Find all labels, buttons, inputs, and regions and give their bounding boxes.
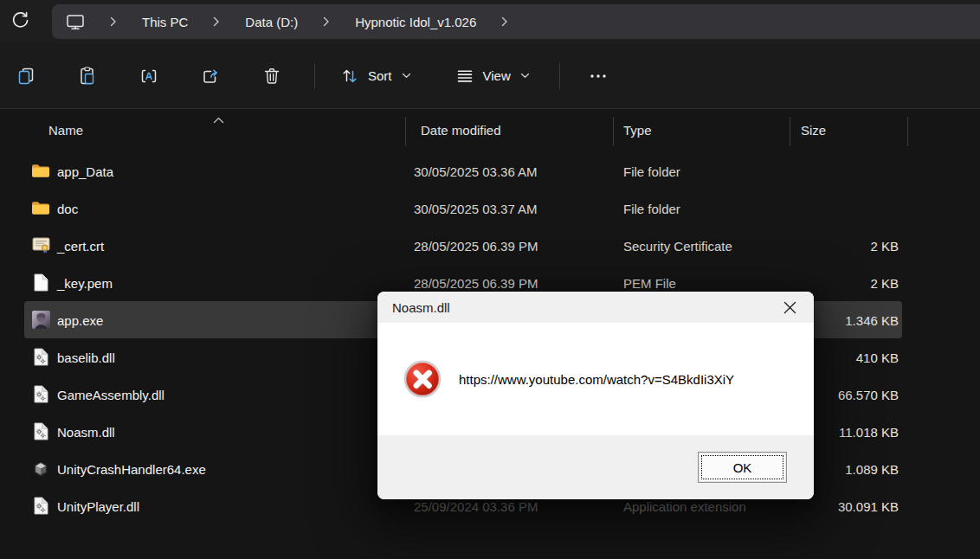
dll-icon [31, 385, 50, 404]
sort-icon [339, 66, 360, 87]
column-header-size[interactable]: Size [801, 123, 826, 138]
breadcrumb-drive[interactable]: Data (D:) [245, 15, 298, 29]
chevron-down-icon [520, 73, 530, 79]
breadcrumb-folder[interactable]: Hypnotic Idol_v1.026 [355, 15, 476, 29]
file-size: 30.091 KB [838, 498, 899, 513]
view-icon [455, 66, 475, 87]
file-row[interactable]: _cert.crt28/05/2025 06.39 PMSecurity Cer… [24, 227, 902, 264]
file-name: baselib.dll [57, 350, 115, 364]
dialog-title: Noasm.dll [392, 300, 777, 315]
file-size: 11.018 KB [839, 424, 899, 439]
file-name: app.exe [57, 312, 103, 327]
error-dialog: Noasm.dll https://www.youtube.com/watch?… [377, 292, 814, 499]
view-button[interactable]: View [444, 57, 540, 95]
command-bar: Sort View [0, 43, 980, 109]
error-icon [403, 360, 442, 398]
close-button[interactable] [777, 295, 802, 319]
dialog-body: https://www.youtube.com/watch?v=S4BkdIi3… [377, 323, 814, 435]
refresh-button[interactable] [0, 3, 40, 40]
unity-icon [31, 459, 50, 479]
breadcrumb-this-pc[interactable]: This PC [142, 15, 188, 29]
dll-icon [31, 422, 50, 441]
file-type: File folder [623, 164, 680, 178]
sort-ascending-icon [213, 112, 224, 127]
share-button[interactable] [191, 57, 229, 95]
file-row[interactable]: doc30/05/2025 03.37 AMFile folder [24, 190, 902, 227]
toolbar-divider [559, 63, 560, 89]
address-bar[interactable]: This PC Data (D:) Hypnotic Idol_v1.026 [52, 4, 980, 39]
see-more-button[interactable] [579, 57, 617, 95]
file-size: 410 KB [856, 350, 899, 364]
chevron-right-icon[interactable] [213, 16, 220, 27]
file-name: _key.pem [57, 275, 113, 290]
certificate-icon [31, 236, 50, 255]
file-date-modified: 25/09/2024 03.36 PM [414, 498, 538, 513]
file-type: Security Certificate [623, 238, 732, 253]
file-name: doc [57, 201, 78, 215]
copy-button[interactable] [7, 57, 45, 95]
chevron-right-icon[interactable] [323, 16, 330, 27]
folder-icon [31, 162, 50, 181]
dll-icon [31, 497, 50, 516]
sort-label: Sort [368, 68, 392, 83]
file-name: UnityCrashHandler64.exe [57, 461, 206, 476]
dialog-footer: OK [377, 435, 814, 499]
chevron-right-icon[interactable] [501, 16, 508, 27]
file-type: File folder [623, 201, 680, 215]
column-header-name[interactable]: Name [48, 123, 83, 138]
copy-icon [16, 66, 36, 87]
file-name: UnityPlayer.dll [57, 498, 139, 513]
close-icon [783, 301, 796, 314]
file-name: Noasm.dll [57, 424, 115, 439]
file-type: Application extension [623, 498, 746, 513]
view-label: View [483, 68, 511, 83]
toolbar-divider [314, 63, 315, 89]
chevron-right-icon[interactable] [110, 16, 117, 27]
folder-icon [31, 199, 50, 218]
file-name: _cert.crt [57, 238, 104, 253]
column-header-type[interactable]: Type [623, 123, 652, 138]
file-size: 1.089 KB [845, 461, 899, 476]
rename-icon [139, 66, 159, 87]
app-exe-icon [31, 311, 50, 330]
sort-button[interactable]: Sort [329, 57, 422, 95]
column-header-date-modified[interactable]: Date modified [421, 123, 501, 138]
delete-icon [261, 66, 282, 87]
pem-file-icon [31, 273, 50, 292]
file-name: app_Data [57, 164, 113, 178]
dialog-message: https://www.youtube.com/watch?v=S4BkdIi3… [459, 372, 734, 387]
rename-button[interactable] [130, 57, 168, 95]
file-size: 2 KB [870, 275, 899, 290]
dll-icon [31, 348, 50, 367]
column-separator[interactable] [790, 117, 790, 146]
paste-icon [77, 66, 98, 87]
file-date-modified: 28/05/2025 06.39 PM [414, 275, 538, 290]
file-size: 1.346 KB [845, 312, 899, 327]
dialog-title-bar[interactable]: Noasm.dll [377, 292, 814, 323]
paste-button[interactable] [68, 57, 106, 95]
column-separator[interactable] [405, 117, 406, 146]
file-size: 66.570 KB [838, 387, 899, 402]
delete-button[interactable] [253, 57, 291, 95]
refresh-icon [10, 10, 30, 33]
file-date-modified: 30/05/2025 03.37 AM [414, 201, 538, 215]
file-date-modified: 30/05/2025 03.36 AM [414, 164, 538, 178]
navigation-bar: This PC Data (D:) Hypnotic Idol_v1.026 [0, 0, 980, 43]
column-header-row: Name Date modified Type Size [0, 110, 980, 152]
file-name: GameAssembly.dll [57, 387, 164, 402]
file-row[interactable]: app_Data30/05/2025 03.36 AMFile folder [24, 152, 902, 190]
ok-button[interactable]: OK [698, 452, 787, 483]
more-options-icon [587, 66, 609, 87]
column-separator[interactable] [907, 117, 908, 146]
share-icon [200, 66, 221, 87]
file-date-modified: 28/05/2025 06.39 PM [414, 238, 538, 253]
this-pc-icon [66, 14, 85, 30]
file-size: 2 KB [870, 238, 899, 253]
column-separator[interactable] [613, 117, 614, 146]
chevron-down-icon [402, 73, 411, 79]
file-type: PEM File [623, 275, 676, 290]
